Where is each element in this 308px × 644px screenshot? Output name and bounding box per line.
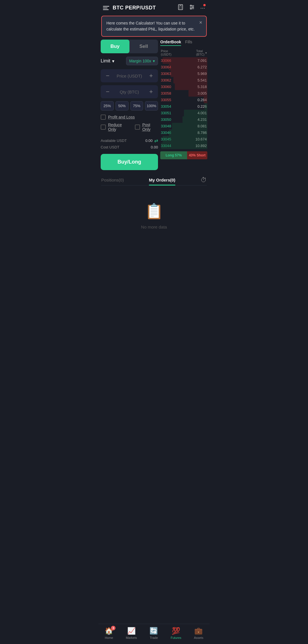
qty-minus-button[interactable]: −	[105, 88, 111, 95]
orderbook-tab[interactable]: OrderBook	[160, 40, 181, 46]
profit-and-loss-checkbox-row: Profit and Loss	[101, 115, 158, 120]
menu-icon[interactable]	[103, 6, 109, 10]
main-content: Buy Sell Limit ▾ Margin 100x ▾ − Price (…	[98, 40, 210, 170]
available-usdt-label: Available USDT	[101, 138, 127, 143]
price-plus-button[interactable]: +	[148, 72, 154, 80]
nav-futures[interactable]: 💯 Futures	[171, 627, 181, 639]
sell-price: 33062	[161, 78, 171, 82]
nav-assets[interactable]: 💼 Assets	[194, 627, 203, 639]
svg-rect-0	[179, 5, 183, 10]
total-column-header: Total(BTC) ▾	[196, 49, 207, 56]
total-sort-icon[interactable]: ▾	[205, 51, 207, 54]
buy-price: 33051	[161, 111, 171, 115]
notification-badge	[203, 4, 206, 6]
home-badge: 3	[111, 626, 116, 630]
margin-dropdown[interactable]: Margin 100x ▾	[126, 57, 158, 65]
checkbox-group: Reduce Only Post Only	[101, 123, 158, 134]
orderbook-tabs: OrderBook Fills	[160, 40, 207, 47]
buy-price: 33050	[161, 117, 171, 122]
buy-order-row[interactable]: 33044 10.892	[160, 142, 207, 149]
bottom-nav: 🏠 Home 3 📈 Markets 🔄 Trade 💯 Futures 💼 A…	[98, 624, 210, 644]
sell-price: 33058	[161, 91, 171, 95]
margin-arrow: ▾	[153, 59, 155, 63]
more-icon[interactable]: ···	[200, 5, 205, 11]
nav-assets-label: Assets	[194, 636, 203, 639]
nav-trade[interactable]: 🔄 Trade	[149, 627, 158, 639]
cost-usdt-label: Cost USDT	[101, 145, 119, 149]
order-type-label: Limit	[101, 58, 110, 64]
sell-order-row[interactable]: 33062 5.541	[160, 77, 207, 83]
price-column-header: Price(USDT)	[161, 49, 171, 56]
buy-order-row[interactable]: 33054 0.226	[160, 103, 207, 110]
qty-input-row: − Qty (BTC) +	[101, 85, 158, 98]
positions-tab[interactable]: Positions(0)	[101, 175, 124, 185]
buy-order-row[interactable]: 33046 8.786	[160, 129, 207, 136]
buy-order-row[interactable]: 33051 4.001	[160, 110, 207, 116]
sell-order-row[interactable]: 33060 5.318	[160, 83, 207, 90]
pct-25-button[interactable]: 25%	[101, 101, 114, 111]
buy-order-row[interactable]: 33048 8.081	[160, 123, 207, 129]
empty-icon: 📋	[145, 203, 163, 220]
pct-50-button[interactable]: 50%	[116, 101, 129, 111]
cost-usdt-row: Cost USDT 0.00	[101, 145, 158, 149]
buy-tab[interactable]: Buy	[101, 40, 129, 53]
sell-order-row[interactable]: 33064 6.272	[160, 64, 207, 70]
available-usdt-row: Available USDT 0.00 ⇄	[101, 138, 158, 143]
pct-100-button[interactable]: 100%	[145, 101, 158, 111]
sell-order-row[interactable]: 33058 3.005	[160, 90, 207, 97]
profit-and-loss-checkbox[interactable]	[101, 115, 106, 120]
header-left: BTC PERP/USDT	[103, 5, 156, 11]
buy-price: 33048	[161, 124, 171, 128]
sell-price: 33060	[161, 85, 171, 89]
stats-section: Available USDT 0.00 ⇄ Cost USDT 0.00	[101, 138, 158, 149]
fills-tab[interactable]: Fills	[185, 40, 192, 46]
position-tabs: Positions(0) My Orders(0) ⏱	[101, 175, 207, 186]
svg-point-11	[191, 5, 192, 6]
sell-orders: 33066 7.091 33064 6.272 33063 5.969 3306…	[160, 57, 207, 103]
order-type-dropdown[interactable]: Limit ▾	[101, 58, 114, 64]
profit-and-loss-label: Profit and Loss	[108, 115, 135, 119]
nav-home-label: Home	[105, 636, 113, 639]
pct-75-button[interactable]: 75%	[130, 101, 143, 111]
sell-order-row[interactable]: 33055 0.284	[160, 97, 207, 103]
buy-order-row[interactable]: 33050 4.231	[160, 116, 207, 123]
price-input-label[interactable]: Price (USDT)	[111, 74, 148, 78]
svg-point-12	[193, 7, 194, 8]
buy-order-row[interactable]: 33045 10.674	[160, 136, 207, 142]
calculator-banner: Here comes the Calculator! You can use i…	[101, 16, 207, 37]
long-short-bar: Long 57% 43% Short	[160, 151, 207, 159]
available-usdt-value: 0.00 ⇄	[145, 138, 158, 143]
calculator-icon[interactable]	[177, 4, 184, 12]
my-orders-tab[interactable]: My Orders(0)	[149, 175, 175, 185]
empty-state: 📋 No more data	[101, 186, 207, 246]
nav-markets[interactable]: 📈 Markets	[126, 627, 137, 639]
buy-orders: 33054 0.226 33051 4.001 33050 4.231 3304…	[160, 103, 207, 149]
nav-trade-label: Trade	[150, 636, 158, 639]
qty-input-label[interactable]: Qty (BTC)	[111, 89, 148, 94]
nav-home[interactable]: 🏠 Home 3	[105, 627, 113, 639]
buy-long-button[interactable]: Buy/Long	[101, 154, 158, 170]
order-type-row: Limit ▾ Margin 100x ▾	[101, 57, 158, 65]
price-minus-button[interactable]: −	[105, 72, 111, 80]
reduce-only-checkbox[interactable]	[101, 125, 106, 130]
svg-point-13	[191, 8, 192, 9]
short-bar: 43% Short	[187, 151, 207, 159]
sell-tab[interactable]: Sell	[129, 40, 158, 53]
post-only-checkbox[interactable]	[135, 125, 140, 130]
history-icon[interactable]: ⏱	[200, 176, 207, 184]
settings-icon[interactable]	[189, 4, 195, 12]
empty-text: No more data	[141, 225, 167, 229]
order-type-arrow: ▾	[112, 58, 114, 64]
futures-icon: 💯	[172, 627, 180, 635]
banner-close-button[interactable]: ×	[199, 20, 202, 26]
qty-plus-button[interactable]: +	[148, 88, 154, 95]
cost-usdt-value: 0.00	[151, 145, 158, 149]
header-right: ···	[177, 4, 205, 12]
pct-buttons-row: 25% 50% 75% 100%	[101, 101, 158, 111]
assets-icon: 💼	[194, 627, 203, 635]
swap-icon[interactable]: ⇄	[154, 138, 158, 143]
bottom-section: Positions(0) My Orders(0) ⏱ 📋 No more da…	[98, 170, 210, 246]
trade-icon: 🔄	[149, 627, 158, 635]
sell-order-row[interactable]: 33063 5.969	[160, 70, 207, 77]
sell-order-row[interactable]: 33066 7.091	[160, 57, 207, 64]
